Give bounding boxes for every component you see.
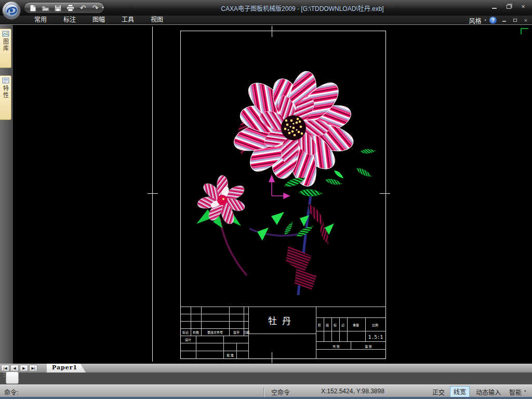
mdi-restore-icon <box>513 19 517 22</box>
tb-rev-sign: 签字 <box>233 330 240 334</box>
next-sheet-button[interactable]: ▶ <box>20 365 28 371</box>
style-menu[interactable]: 风格 <box>469 16 481 25</box>
tb-sheet-total: 共 张 <box>332 344 340 349</box>
window-controls: × <box>488 3 529 10</box>
tb-rev-count: 处数 <box>193 330 199 335</box>
window-title: CAXA电子图板机械版2009 - [G:\TDDOWNLOAD\牡丹.exb] <box>114 4 490 12</box>
command-prompt-label[interactable]: 命令: <box>4 388 18 396</box>
sidebar-tab-properties-label: 特性 <box>2 85 10 99</box>
drawing-title-text: 牡丹 <box>268 316 296 326</box>
close-button[interactable]: × <box>517 3 529 10</box>
tb-stage-1: 阶 <box>318 323 321 327</box>
save-icon[interactable] <box>54 4 62 12</box>
menu-gongju[interactable]: 工具 <box>113 16 142 25</box>
sheet-tab-paper1[interactable]: Paper1 <box>47 364 86 373</box>
menu-biaozhu[interactable]: 标注 <box>55 16 84 25</box>
dock-grip-icon[interactable]: ⋮ <box>2 373 5 376</box>
menu-shitu[interactable]: 视图 <box>142 16 171 25</box>
snap-dropdown-icon[interactable]: ▾ <box>524 389 526 393</box>
bottom-edge <box>0 397 532 399</box>
tb-stage-3: 标 <box>334 323 337 327</box>
tb-approve: 批 准 <box>227 353 234 357</box>
linewidth-toggle[interactable]: 线宽 <box>450 386 470 397</box>
menu-bar: 常用 标注 图幅 工具 视图 风格 ▾ ? × <box>0 16 532 25</box>
sheet-frame <box>148 26 390 363</box>
tb-scale-label: 比例 <box>372 323 378 327</box>
prev-sheet-button[interactable]: ◀ <box>10 365 19 371</box>
status-divider <box>263 388 264 397</box>
minimize-icon <box>492 5 497 9</box>
tb-designer: 设计 <box>185 338 191 342</box>
view-corner-marker <box>521 29 528 34</box>
print-icon[interactable] <box>66 4 75 12</box>
open-file-icon[interactable] <box>41 4 50 12</box>
cursor-coordinates: X:152.5424, Y:98.3898 <box>321 388 384 395</box>
last-sheet-button[interactable]: ▶| <box>29 365 37 371</box>
first-sheet-button[interactable]: |◀ <box>1 365 9 371</box>
app-window: ↶ ↷ ▾ CAXA电子图板机械版2009 - [G:\TDDOWNLOAD\牡… <box>0 0 532 399</box>
tb-scale-value: 1.5:1 <box>368 334 383 340</box>
sidebar-tab-library-label: 图库 <box>2 38 10 52</box>
peony-artwork <box>196 69 376 295</box>
sidebar-tab-library[interactable]: 图库 <box>0 29 11 68</box>
tb-weight: 重量 <box>353 323 359 327</box>
restore-icon <box>507 5 511 9</box>
origin-axis-marker <box>269 176 289 198</box>
tb-stage-2: 段 <box>326 323 329 327</box>
library-icon <box>2 31 9 37</box>
restore-button[interactable] <box>503 3 514 10</box>
quick-access-toolbar: ↶ ↷ <box>24 2 104 14</box>
title-bar: ↶ ↷ ▾ CAXA电子图板机械版2009 - [G:\TDDOWNLOAD\牡… <box>0 0 532 16</box>
tb-rev-fileno: 更改文件号 <box>207 330 223 335</box>
tb-sheet-no: 第 张 <box>365 344 372 349</box>
tb-stage-4: 记 <box>341 324 344 327</box>
menu-changyong[interactable]: 常用 <box>26 16 55 25</box>
undo-icon[interactable]: ↶ <box>78 4 87 12</box>
style-dropdown-icon[interactable]: ▾ <box>484 18 486 22</box>
mdi-minimize-icon <box>502 19 506 22</box>
new-file-icon[interactable] <box>29 4 37 12</box>
tb-rev-date: 日期 <box>243 330 249 335</box>
help-button[interactable]: ? <box>489 17 497 24</box>
mdi-close-button[interactable]: × <box>522 17 530 23</box>
dynamic-input-toggle[interactable]: 动态输入 <box>476 388 501 396</box>
status-bar: 命令: 空命令 X:152.5424, Y:98.3898 正交 线宽 动态输入… <box>0 384 532 397</box>
ortho-toggle[interactable]: 正交 <box>432 388 445 396</box>
command-dock-strip <box>0 373 532 384</box>
mdi-restore-button[interactable] <box>511 17 519 23</box>
tb-rev-mark: 标记 <box>182 330 189 335</box>
redo-icon[interactable]: ↷ <box>91 4 100 12</box>
sidebar-tab-properties[interactable]: 特性 <box>0 75 11 120</box>
bud-flower <box>196 175 247 228</box>
workspace: 图库 特性 <box>0 25 532 364</box>
app-logo-icon[interactable] <box>2 1 21 20</box>
snap-mode-toggle[interactable]: 智能 <box>509 388 522 396</box>
command-window-handle[interactable] <box>6 371 19 384</box>
minimize-button[interactable] <box>488 3 500 10</box>
command-state: 空命令 <box>271 388 290 396</box>
drawing-canvas[interactable]: 标记 处数 更改文件号 签字 日期 设计 批 准 阶 段 标 记 重量 比例 共… <box>13 25 532 364</box>
sheet-tab-bar: |◀ ◀ ▶ ▶| Paper1 <box>0 364 532 373</box>
mdi-minimize-button[interactable] <box>500 17 508 23</box>
properties-icon <box>2 77 9 84</box>
menu-tufu[interactable]: 图幅 <box>84 16 113 25</box>
qat-dropdown-icon[interactable]: ▾ <box>102 5 104 10</box>
